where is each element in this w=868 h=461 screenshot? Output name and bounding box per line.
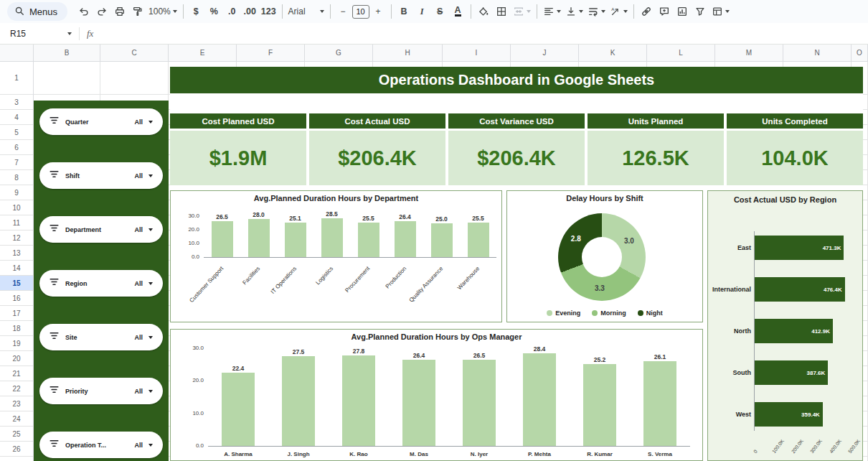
row-header-21[interactable]: 21 [0, 366, 33, 381]
row-header-15[interactable]: 15 [0, 276, 33, 291]
select-all-corner[interactable] [0, 45, 34, 61]
table-views-button[interactable] [709, 3, 732, 20]
fill-color-button[interactable] [475, 3, 493, 20]
slicer-operation-t[interactable]: Operation T...All [39, 432, 163, 458]
redo-button[interactable] [93, 3, 110, 20]
toolbar-divider [633, 4, 634, 19]
more-formats-button[interactable]: 123 [259, 3, 278, 20]
row-header-20[interactable]: 20 [0, 351, 33, 366]
slicer-priority[interactable]: PriorityAll [39, 378, 163, 404]
row-header-24[interactable]: 24 [0, 411, 33, 427]
kpi-value: $1.9M [170, 131, 306, 185]
chart-cost-actual-by-region[interactable]: Cost Actual USD by RegionEast471.3KInter… [707, 190, 863, 461]
font-family-control[interactable]: Arial [286, 3, 326, 20]
chart-delay-hours-by-shift[interactable]: Delay Hours by Shift3.03.32.8EveningMorn… [506, 190, 703, 322]
column-header-j[interactable]: J [511, 45, 579, 61]
row-header-26[interactable]: 26 [0, 442, 33, 457]
paint-format-button[interactable] [128, 3, 146, 20]
bar-value: 27.8 [347, 348, 370, 355]
font-size-input[interactable]: 10 [352, 5, 369, 19]
row-header-5[interactable]: 5 [0, 125, 33, 140]
y-axis-tick: 20.0 [185, 377, 204, 383]
slicer-department[interactable]: DepartmentAll [39, 216, 163, 243]
text-color-button[interactable]: A [449, 3, 467, 20]
decrease-decimal-button[interactable]: .0 [223, 3, 241, 20]
row-header-1[interactable]: 1 [0, 62, 33, 95]
print-button[interactable] [110, 3, 128, 20]
strikethrough-button[interactable]: S [431, 3, 449, 20]
merge-cells-button[interactable] [511, 3, 533, 20]
increase-decimal-button[interactable]: .00 [241, 3, 259, 20]
row-header-4[interactable]: 4 [0, 110, 33, 125]
row-header-16[interactable]: 16 [0, 291, 33, 306]
column-header-n[interactable]: N [783, 45, 852, 61]
slicer-quarter[interactable]: QuarterAll [39, 108, 163, 135]
bold-button[interactable]: B [395, 3, 413, 20]
row-header-22[interactable]: 22 [0, 381, 33, 396]
add-comment-button[interactable] [656, 3, 674, 20]
column-header-g[interactable]: G [305, 45, 373, 61]
row-header-10[interactable]: 10 [0, 200, 33, 215]
spreadsheet-grid[interactable]: QuarterAllShiftAllDepartmentAllRegionAll… [34, 62, 868, 461]
column-header-i[interactable]: I [443, 45, 511, 61]
column-header-k[interactable]: K [579, 45, 647, 61]
column-header-o[interactable]: O [852, 45, 868, 61]
chart-avg-duration-by-department[interactable]: Avg.Planned Duration Hours by Department… [170, 190, 502, 322]
row-header-25[interactable]: 25 [0, 427, 33, 442]
row-header-19[interactable]: 19 [0, 336, 33, 351]
zoom-control[interactable]: 100% [146, 3, 179, 20]
format-percent-button[interactable]: % [205, 3, 223, 20]
column-header-e[interactable]: E [169, 45, 237, 61]
row-header-7[interactable]: 7 [0, 155, 33, 170]
row-header-17[interactable]: 17 [0, 306, 33, 321]
text-rotation-button[interactable]: A [608, 3, 630, 20]
category-label-east: East [709, 244, 751, 251]
column-header-l[interactable]: L [647, 45, 715, 61]
kpi-value: $206.4K [309, 131, 445, 185]
insert-link-button[interactable] [638, 3, 656, 20]
slicer-label: Region [65, 280, 128, 287]
text-wrap-button[interactable] [585, 3, 608, 20]
column-header-b[interactable]: B [34, 45, 100, 61]
create-filter-button[interactable] [692, 3, 709, 20]
row-header-8[interactable]: 8 [0, 170, 33, 185]
bar-value: 25.2 [588, 356, 611, 363]
legend-dot [638, 310, 643, 316]
format-currency-button[interactable]: $ [187, 3, 205, 20]
slicer-region[interactable]: RegionAll [39, 270, 163, 297]
column-header-f[interactable]: F [237, 45, 305, 61]
row-header-11[interactable]: 11 [0, 215, 33, 230]
row-header-13[interactable]: 13 [0, 246, 33, 261]
menus-label: Menus [29, 6, 57, 17]
slicer-value: All [134, 118, 143, 126]
x-axis-label: N. Iyer [449, 451, 509, 457]
bar-international: 476.4K [755, 277, 845, 302]
slicer-site[interactable]: SiteAll [39, 324, 163, 350]
insert-chart-button[interactable] [674, 3, 692, 20]
row-header-23[interactable]: 23 [0, 396, 33, 411]
chevron-down-icon [527, 10, 531, 13]
column-header-h[interactable]: H [373, 45, 443, 61]
row-header-6[interactable]: 6 [0, 140, 33, 155]
horizontal-align-button[interactable] [541, 3, 563, 20]
row-header-9[interactable]: 9 [0, 185, 33, 200]
row-header-18[interactable]: 18 [0, 321, 33, 336]
chart-avg-duration-by-ops-manager[interactable]: Avg.Planned Duration Hours by Ops Manage… [170, 329, 703, 461]
name-box[interactable]: R15 [10, 29, 72, 39]
category-label-north: North [709, 327, 751, 335]
increase-font-size-button[interactable]: + [369, 3, 387, 20]
menus-button[interactable]: Menus [7, 2, 67, 21]
italic-button[interactable]: I [413, 3, 431, 20]
vertical-align-button[interactable] [563, 3, 585, 20]
column-header-c[interactable]: C [100, 45, 169, 61]
kpi-card-units-planned: Units Planned126.5K [588, 113, 724, 185]
borders-button[interactable] [493, 3, 511, 20]
decrease-font-size-button[interactable]: − [334, 3, 352, 20]
row-header-14[interactable]: 14 [0, 261, 33, 276]
row-header-12[interactable]: 12 [0, 230, 33, 246]
slicer-shift[interactable]: ShiftAll [39, 162, 163, 189]
column-header-m[interactable]: M [715, 45, 783, 61]
row-header-3[interactable]: 3 [0, 95, 33, 110]
undo-button[interactable] [75, 3, 93, 20]
bar-warehouse [468, 223, 489, 257]
